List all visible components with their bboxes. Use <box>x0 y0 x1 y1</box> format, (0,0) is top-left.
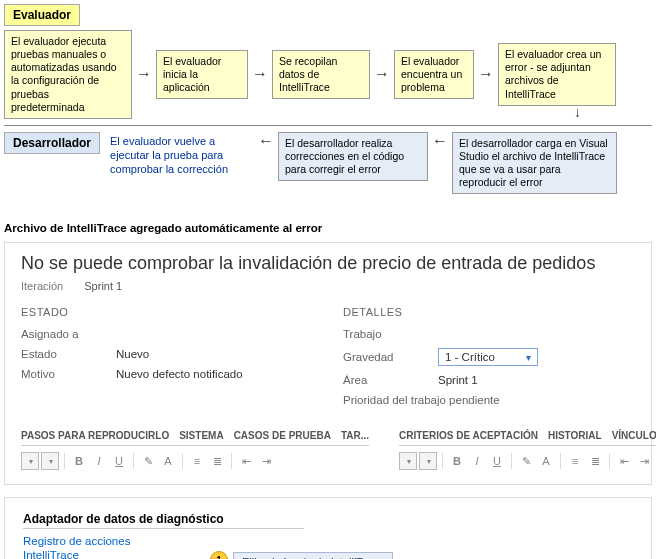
italic-button[interactable]: I <box>90 452 108 470</box>
attachments-title: Adaptador de datos de diagnóstico <box>23 512 304 529</box>
editor-toolbar-right: B I U ✎ A ≡ ≣ ⇤ ⇥ <box>399 446 656 476</box>
highlight-button[interactable]: ✎ <box>139 452 157 470</box>
separator <box>4 125 652 126</box>
attachments-panel: Adaptador de datos de diagnóstico Regist… <box>4 497 652 559</box>
details-column: DETALLES Trabajo Gravedad 1 - Crítico ▾ … <box>343 306 635 414</box>
separator <box>609 453 610 469</box>
flow-step: El desarrollador carga en Visual Studio … <box>452 132 617 195</box>
reason-value[interactable]: Nuevo defecto notificado <box>116 368 243 380</box>
link-action-log[interactable]: Registro de acciones <box>23 535 633 547</box>
left-tabs: PASOS PARA REPRODUCIRLO SISTEMA CASOS DE… <box>21 430 369 446</box>
diagram-caption: Archivo de IntelliTrace agregado automát… <box>4 222 652 234</box>
underline-button[interactable]: U <box>110 452 128 470</box>
text-color-button[interactable]: A <box>159 452 177 470</box>
bug-form: No se puede comprobar la invalidación de… <box>4 242 652 485</box>
arrow-right-icon: → <box>374 65 390 83</box>
retest-note: El evaluador vuelve a ejecutar la prueba… <box>104 132 254 179</box>
arrow-right-icon: → <box>252 65 268 83</box>
indent-button[interactable]: ⇥ <box>257 452 275 470</box>
reason-label: Motivo <box>21 368 116 380</box>
details-section-header: DETALLES <box>343 306 635 318</box>
right-tabs: CRITERIOS DE ACEPTACIÓN HISTORIAL VÍNCUL… <box>399 430 656 446</box>
separator <box>231 453 232 469</box>
severity-value: 1 - Crítico <box>445 351 495 363</box>
tab-acceptance[interactable]: CRITERIOS DE ACEPTACIÓN <box>399 430 538 441</box>
tab-testcases[interactable]: CASOS DE PRUEBA <box>234 430 331 441</box>
text-color-button[interactable]: A <box>537 452 555 470</box>
state-label: Estado <box>21 348 116 360</box>
state-value[interactable]: Nuevo <box>116 348 149 360</box>
iteration-label: Iteración <box>21 280 63 292</box>
tab-links[interactable]: VÍNCULOS <box>612 430 656 441</box>
arrow-right-icon: → <box>478 65 494 83</box>
indent-button[interactable]: ⇥ <box>635 452 653 470</box>
bold-button[interactable]: B <box>448 452 466 470</box>
bullets-button[interactable]: ≡ <box>566 452 584 470</box>
separator <box>133 453 134 469</box>
outdent-button[interactable]: ⇤ <box>615 452 633 470</box>
arrow-left-icon: ← <box>432 132 448 150</box>
numbering-button[interactable]: ≣ <box>208 452 226 470</box>
iteration-value: Sprint 1 <box>84 280 122 292</box>
state-column: ESTADO Asignado a Estado Nuevo Motivo Nu… <box>21 306 313 414</box>
chevron-down-icon: ▾ <box>526 352 531 363</box>
role-evaluator-label: Evaluador <box>4 4 80 26</box>
developer-flow-row: Desarrollador El evaluador vuelve a ejec… <box>4 132 652 195</box>
assigned-label: Asignado a <box>21 328 116 340</box>
priority-label: Prioridad del trabajo pendiente <box>343 394 500 406</box>
separator <box>511 453 512 469</box>
arrow-left-icon: ← <box>258 132 274 150</box>
severity-label: Gravedad <box>343 351 438 363</box>
role-developer-label: Desarrollador <box>4 132 100 154</box>
flow-step: El evaluador ejecuta pruebas manuales o … <box>4 30 132 119</box>
flow-step: El evaluador encuentra un problema <box>394 50 474 99</box>
workflow-diagram: Evaluador El evaluador ejecuta pruebas m… <box>4 4 652 216</box>
bullets-button[interactable]: ≡ <box>188 452 206 470</box>
evaluator-flow-row: El evaluador ejecuta pruebas manuales o … <box>4 30 652 119</box>
separator <box>560 453 561 469</box>
font-size-button[interactable] <box>41 452 59 470</box>
highlight-button[interactable]: ✎ <box>517 452 535 470</box>
callout-text: Elija el vínculo de IntelliTrace <box>233 552 393 559</box>
font-size-button[interactable] <box>419 452 437 470</box>
state-section-header: ESTADO <box>21 306 313 318</box>
flow-step: El desarrollador realiza correcciones en… <box>278 132 428 181</box>
numbering-button[interactable]: ≣ <box>586 452 604 470</box>
work-label: Trabajo <box>343 328 438 340</box>
editor-toolbar-left: B I U ✎ A ≡ ≣ ⇤ ⇥ <box>21 446 369 476</box>
arrow-right-icon: → <box>136 65 152 83</box>
flow-step: El evaluador crea un error - se adjuntan… <box>498 43 616 106</box>
severity-select[interactable]: 1 - Crítico ▾ <box>438 348 538 366</box>
tab-repro[interactable]: PASOS PARA REPRODUCIRLO <box>21 430 169 441</box>
flow-step: El evaluador inicia la aplicación <box>156 50 248 99</box>
separator <box>442 453 443 469</box>
outdent-button[interactable]: ⇤ <box>237 452 255 470</box>
bug-title: No se puede comprobar la invalidación de… <box>21 253 635 274</box>
tab-system[interactable]: SISTEMA <box>179 430 223 441</box>
iteration-row: Iteración Sprint 1 <box>21 280 635 292</box>
separator <box>182 453 183 469</box>
font-color-button[interactable] <box>21 452 39 470</box>
area-label: Área <box>343 374 438 386</box>
italic-button[interactable]: I <box>468 452 486 470</box>
tab-more[interactable]: TAR... <box>341 430 369 441</box>
bold-button[interactable]: B <box>70 452 88 470</box>
arrow-up-icon: ↓ <box>574 104 581 120</box>
area-value[interactable]: Sprint 1 <box>438 374 478 386</box>
underline-button[interactable]: U <box>488 452 506 470</box>
separator <box>64 453 65 469</box>
font-color-button[interactable] <box>399 452 417 470</box>
tab-history[interactable]: HISTORIAL <box>548 430 602 441</box>
flow-step: Se recopilan datos de IntelliTrace <box>272 50 370 99</box>
